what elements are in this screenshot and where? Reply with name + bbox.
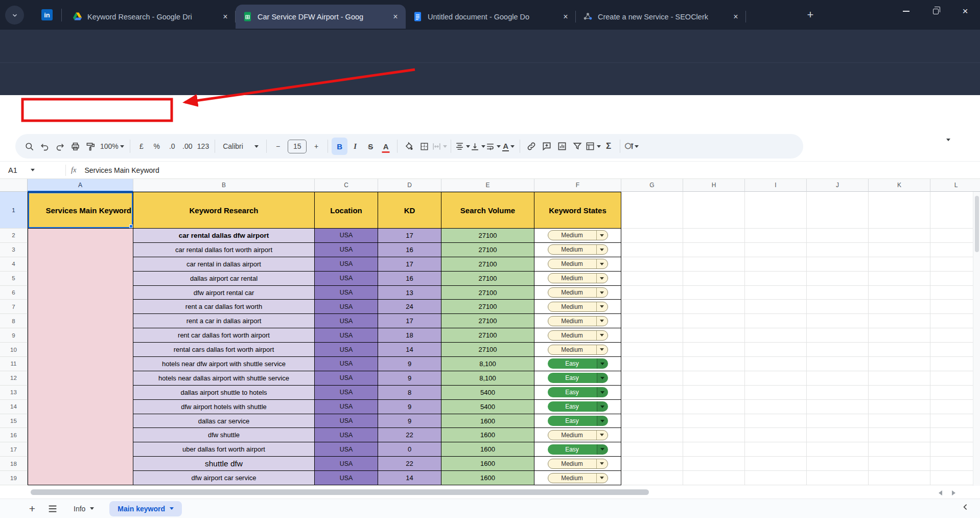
empty-cell[interactable] [869, 192, 930, 229]
main-keyword-cell[interactable] [28, 272, 133, 286]
state-dropdown-chip[interactable]: Medium [548, 316, 608, 326]
keyword-cell[interactable]: rent car dallas fort worth airport [133, 328, 315, 343]
decrease-font-size-button[interactable]: − [270, 138, 286, 155]
main-keyword-cell[interactable] [28, 257, 133, 272]
empty-cell[interactable] [621, 400, 683, 414]
input-tools-button[interactable]: ा [624, 138, 639, 155]
empty-cell[interactable] [745, 457, 807, 471]
volume-cell[interactable]: 27100 [441, 300, 534, 314]
location-cell[interactable]: USA [315, 300, 378, 314]
state-cell[interactable]: Easy [534, 371, 621, 386]
empty-cell[interactable] [745, 243, 807, 257]
empty-cell[interactable] [683, 229, 745, 243]
volume-cell[interactable]: 1600 [441, 428, 534, 442]
volume-cell[interactable]: 5400 [441, 400, 534, 414]
kd-cell[interactable]: 18 [378, 328, 441, 343]
kd-cell[interactable]: 9 [378, 400, 441, 414]
location-cell[interactable]: USA [315, 414, 378, 429]
empty-cell[interactable] [683, 343, 745, 357]
print-button[interactable] [67, 138, 83, 155]
vertical-align-button[interactable] [470, 138, 485, 155]
row-header-17[interactable]: 17 [0, 442, 28, 457]
empty-cell[interactable] [745, 414, 807, 429]
horizontal-scrollbar-track[interactable] [0, 486, 980, 499]
kd-cell[interactable]: 17 [378, 229, 441, 243]
name-box[interactable]: A1 [0, 166, 60, 174]
main-keyword-cell[interactable] [28, 343, 133, 357]
collapse-toolbar-button[interactable] [946, 141, 950, 150]
empty-cell[interactable] [745, 314, 807, 328]
empty-cell[interactable] [807, 371, 869, 386]
location-cell[interactable]: USA [315, 272, 378, 286]
main-keyword-cell[interactable] [28, 357, 133, 371]
borders-button[interactable] [416, 138, 432, 155]
keyword-cell[interactable]: dallas airport car rental [133, 272, 315, 286]
kd-cell[interactable]: 9 [378, 357, 441, 371]
empty-cell[interactable] [869, 471, 930, 485]
state-cell[interactable]: Easy [534, 357, 621, 371]
empty-cell[interactable] [807, 257, 869, 272]
sheet-tab-main-keyword[interactable]: Main keyword [109, 501, 182, 516]
empty-cell[interactable] [621, 357, 683, 371]
volume-cell[interactable]: 27100 [441, 314, 534, 328]
side-panel-collapse-button[interactable] [961, 503, 970, 511]
browser-tab-docs[interactable]: Untitled document - Google Do× [406, 5, 576, 29]
empty-cell[interactable] [621, 272, 683, 286]
kd-cell[interactable]: 16 [378, 243, 441, 257]
empty-cell[interactable] [621, 428, 683, 442]
location-cell[interactable]: USA [315, 229, 378, 243]
volume-cell[interactable]: 27100 [441, 243, 534, 257]
row-header-18[interactable]: 18 [0, 457, 28, 471]
empty-cell[interactable] [807, 386, 869, 400]
empty-cell[interactable] [869, 414, 930, 429]
column-header-D[interactable]: D [378, 179, 441, 192]
empty-cell[interactable] [869, 428, 930, 442]
keyword-cell[interactable]: hotels near dfw airport with shuttle ser… [133, 357, 315, 371]
location-cell[interactable]: USA [315, 257, 378, 272]
column-header-L[interactable]: L [930, 179, 980, 192]
empty-cell[interactable] [869, 272, 930, 286]
state-cell[interactable]: Medium [534, 286, 621, 300]
main-keyword-cell[interactable] [28, 314, 133, 328]
empty-cell[interactable] [807, 272, 869, 286]
empty-cell[interactable] [869, 442, 930, 457]
browser-tab-sheets[interactable]: Car Service DFW Airport - Goog× [236, 5, 406, 29]
empty-cell[interactable] [621, 457, 683, 471]
empty-cell[interactable] [745, 257, 807, 272]
empty-cell[interactable] [683, 192, 745, 229]
tab-close-icon[interactable]: × [731, 12, 741, 22]
kd-cell[interactable]: 22 [378, 428, 441, 442]
state-cell[interactable]: Medium [534, 300, 621, 314]
empty-cell[interactable] [869, 229, 930, 243]
keyword-cell[interactable]: hotels near dallas airport with shuttle … [133, 371, 315, 386]
tab-close-icon[interactable]: × [220, 12, 230, 22]
empty-cell[interactable] [745, 300, 807, 314]
main-keyword-cell[interactable] [28, 229, 133, 243]
empty-cell[interactable] [807, 192, 869, 229]
format-percent-button[interactable]: % [149, 138, 165, 155]
column-header-E[interactable]: E [441, 179, 534, 192]
header-cell-e[interactable]: Search Volume [441, 192, 534, 229]
empty-cell[interactable] [869, 343, 930, 357]
location-cell[interactable]: USA [315, 386, 378, 400]
main-keyword-cell[interactable] [28, 300, 133, 314]
volume-cell[interactable]: 1600 [441, 414, 534, 429]
empty-cell[interactable] [621, 371, 683, 386]
row-header-6[interactable]: 6 [0, 286, 28, 300]
grid-corner[interactable] [0, 179, 28, 192]
empty-cell[interactable] [745, 229, 807, 243]
kd-cell[interactable]: 24 [378, 300, 441, 314]
empty-cell[interactable] [621, 286, 683, 300]
kd-cell[interactable]: 9 [378, 371, 441, 386]
strikethrough-button[interactable]: S [363, 138, 378, 155]
minimize-button[interactable] [891, 0, 921, 22]
location-cell[interactable]: USA [315, 471, 378, 485]
scroll-right-icon[interactable] [952, 490, 955, 496]
empty-cell[interactable] [807, 457, 869, 471]
header-cell-f[interactable]: Keyword States [534, 192, 621, 229]
main-keyword-cell[interactable] [28, 328, 133, 343]
vertical-scrollbar[interactable] [973, 192, 980, 486]
tab-close-icon[interactable]: × [390, 12, 401, 22]
text-color-button[interactable]: A [378, 138, 393, 155]
location-cell[interactable]: USA [315, 371, 378, 386]
